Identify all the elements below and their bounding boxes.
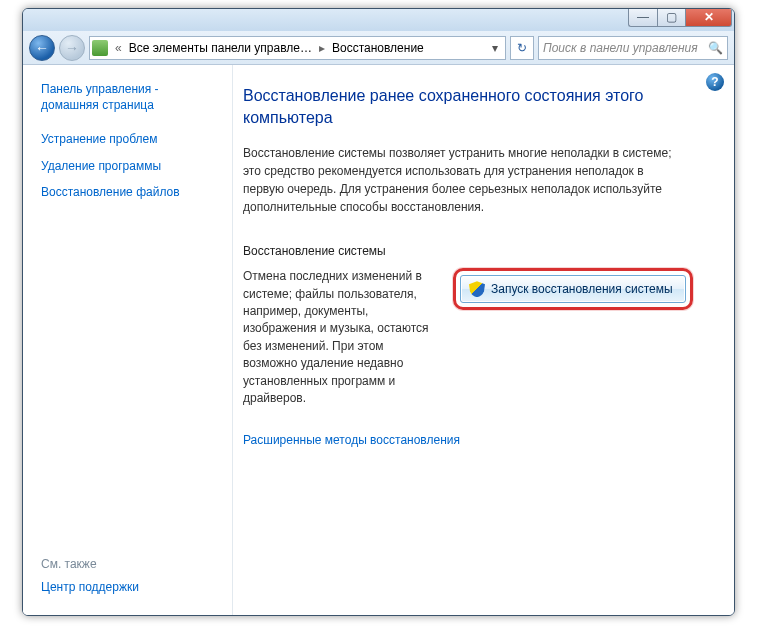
- sidebar: Панель управления - домашняя страница Ус…: [23, 65, 233, 615]
- window-buttons: — ▢ ✕: [628, 8, 732, 27]
- button-label: Запуск восстановления системы: [491, 282, 673, 296]
- open-system-restore-button[interactable]: Запуск восстановления системы: [460, 275, 686, 303]
- see-also-section: См. также Центр поддержки: [41, 545, 218, 605]
- window-frame: — ▢ ✕ ← → « Все элементы панели управле……: [22, 8, 735, 616]
- breadcrumb-segment[interactable]: Восстановление: [332, 41, 424, 55]
- see-also-label: См. также: [41, 557, 218, 571]
- section-text: Отмена последних изменений в системе; фа…: [243, 268, 433, 407]
- page-title: Восстановление ранее сохраненного состоя…: [243, 85, 683, 128]
- sidebar-link-troubleshoot[interactable]: Устранение проблем: [41, 131, 218, 147]
- search-input[interactable]: Поиск в панели управления 🔍: [538, 36, 728, 60]
- section-header: Восстановление системы: [243, 244, 712, 258]
- help-icon[interactable]: ?: [706, 73, 724, 91]
- sidebar-link-uninstall[interactable]: Удаление программы: [41, 158, 218, 174]
- search-placeholder: Поиск в панели управления: [543, 41, 698, 55]
- search-icon[interactable]: 🔍: [708, 41, 723, 55]
- minimize-button[interactable]: —: [628, 8, 657, 27]
- advanced-recovery-link[interactable]: Расширенные методы восстановления: [243, 433, 460, 447]
- breadcrumb-separator: ▸: [316, 41, 328, 55]
- refresh-button[interactable]: ↻: [510, 36, 534, 60]
- back-button[interactable]: ←: [29, 35, 55, 61]
- action-center-link[interactable]: Центр поддержки: [41, 579, 218, 595]
- breadcrumb-segment[interactable]: Все элементы панели управле…: [129, 41, 312, 55]
- close-button[interactable]: ✕: [686, 8, 732, 27]
- forward-button[interactable]: →: [59, 35, 85, 61]
- navigation-bar: ← → « Все элементы панели управле… ▸ Вос…: [23, 31, 734, 65]
- highlight-ring: Запуск восстановления системы: [453, 268, 693, 310]
- system-restore-section: Отмена последних изменений в системе; фа…: [243, 268, 712, 407]
- control-panel-home-link[interactable]: Панель управления - домашняя страница: [41, 81, 218, 113]
- sidebar-link-restore-files[interactable]: Восстановление файлов: [41, 184, 218, 200]
- content-pane: ? Восстановление ранее сохраненного сост…: [233, 65, 734, 615]
- titlebar: — ▢ ✕: [23, 9, 734, 31]
- control-panel-icon: [92, 40, 108, 56]
- breadcrumb-chevrons: «: [112, 41, 125, 55]
- uac-shield-icon: [469, 281, 485, 297]
- address-bar[interactable]: « Все элементы панели управле… ▸ Восстан…: [89, 36, 506, 60]
- maximize-button[interactable]: ▢: [657, 8, 686, 27]
- page-description: Восстановление системы позволяет устрани…: [243, 144, 683, 216]
- address-dropdown-icon[interactable]: ▾: [487, 41, 503, 55]
- client-area: Панель управления - домашняя страница Ус…: [23, 65, 734, 615]
